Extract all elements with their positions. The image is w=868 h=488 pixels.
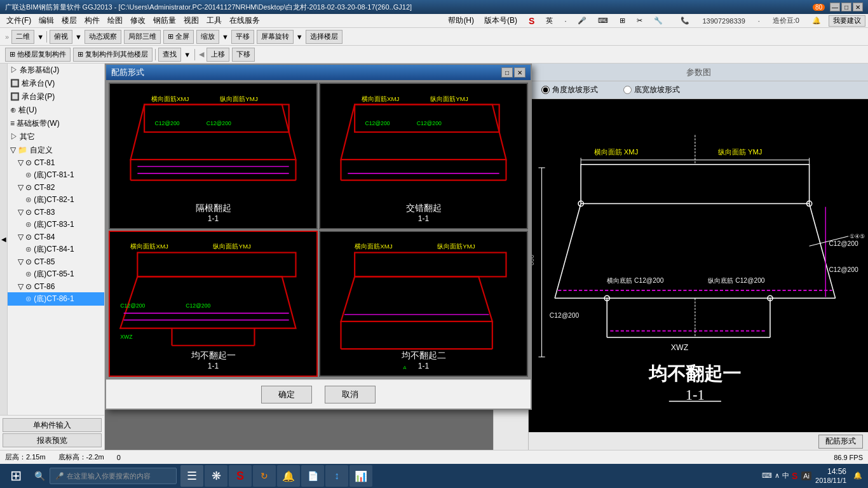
zoom-btn[interactable]: 缩放 (196, 30, 219, 44)
menu-modify[interactable]: 修改 (126, 14, 149, 27)
taskbar-app-2[interactable]: ❋ (205, 465, 227, 487)
dialog-maximize-btn[interactable]: □ (501, 67, 513, 78)
rotate-btn[interactable]: 屏幕旋转 (257, 30, 294, 44)
tree-item-trapezoid[interactable]: ▷ 条形基础(J) (8, 64, 104, 77)
taskbar-app-6[interactable]: 📄 (301, 465, 324, 487)
tray-expand[interactable]: ∧ (775, 471, 780, 480)
menu-online[interactable]: 在线服务 (226, 14, 264, 27)
build-request-btn[interactable]: 我要建议 (829, 15, 865, 27)
left-panel-toggle[interactable]: ◀ (0, 64, 8, 415)
confirm-btn[interactable]: 确定 (261, 386, 312, 403)
menu-view[interactable]: 视图 (180, 14, 203, 27)
right-panel: 附加 参数图 (493, 64, 868, 450)
dialog-close-btn[interactable]: ✕ (514, 67, 526, 78)
svg-text:C12@200: C12@200 (120, 302, 145, 309)
svg-text:横向面筋XMJ: 横向面筋XMJ (362, 95, 400, 102)
view-2d-btn[interactable]: 二维 (11, 30, 34, 44)
copy-to-other-floor-btn[interactable]: ⊞ 他楼层复制构件 (5, 48, 71, 62)
search-button[interactable]: 🔍 (31, 467, 48, 485)
start-button[interactable]: ⊞ (3, 464, 29, 487)
tree-item-ct85[interactable]: ▽ ⊙ CT-85 (8, 256, 104, 268)
svg-text:纵向面筋YMJ: 纵向面筋YMJ (214, 242, 252, 249)
option-jiacuo-fanqi[interactable]: 横向面筋XMJ 纵向面筋YMJ C12@200 C12@200 交错翻起 1-1 (319, 83, 528, 229)
tree-item-ct86[interactable]: ▽ ⊙ CT-86 (8, 281, 104, 292)
menu-component[interactable]: 构件 (81, 14, 104, 27)
local-3d-btn[interactable]: 局部三维 (124, 30, 161, 44)
tree-item-ct81-1[interactable]: ⊙ (底)CT-81-1 (8, 168, 104, 182)
svg-text:C12@200: C12@200 (365, 120, 390, 126)
penjin-btn[interactable]: 配筋形式 (818, 435, 863, 449)
svg-text:纵向面筋YMJ: 纵向面筋YMJ (430, 95, 468, 102)
menu-bar: 文件(F) 编辑 楼层 构件 绘图 修改 钢筋量 视图 工具 在线服务 帮助(H… (0, 14, 868, 28)
taskbar-app-8[interactable]: 📊 (349, 465, 372, 487)
menu-tools[interactable]: 工具 (203, 14, 226, 27)
toolbar-component: ⊞ 他楼层复制构件 ⊞ 复制构件到其他楼层 查找 ▼ ◀ 上移 下移 (0, 46, 868, 64)
option2-sublabel: 1-1 (320, 214, 527, 223)
taskbar-app-5[interactable]: 🔔 (277, 465, 300, 487)
toolbar-view: » 二维 ▼ 俯视 ▼ 动态观察 局部三维 ⊞ 全屏 缩放 ▼ 平移 屏幕旋转 … (0, 28, 868, 46)
tree-item-ct83[interactable]: ▽ ⊙ CT-83 (8, 207, 104, 218)
minimize-btn[interactable]: — (830, 3, 840, 11)
copy-icon2: ⊞ (78, 50, 83, 58)
radio-angle-slope[interactable] (541, 86, 550, 94)
option-junbu-fanqi-2[interactable]: 横向面筋XMJ 纵向面筋YMJ A (319, 231, 528, 377)
keyboard-icon: ⌨ (762, 471, 772, 480)
tree-item-other[interactable]: ▷ 其它 (8, 130, 104, 144)
tree-item-ct82[interactable]: ▽ ⊙ CT-82 (8, 182, 104, 193)
notification-btn[interactable]: 🔔 (850, 468, 865, 484)
close-btn[interactable]: ✕ (853, 3, 863, 11)
tree-item-base-strip[interactable]: ≡ 基础板带(W) (8, 117, 104, 130)
ct81-icon: ⊙ (25, 158, 32, 167)
diagram-footer: 配筋形式 (529, 432, 868, 450)
taskbar-app-7[interactable]: ↕ (325, 465, 348, 487)
svg-text:1-1: 1-1 (686, 387, 705, 403)
search-bar[interactable]: 🎤 在这里输入你要搜索的内容 (50, 468, 177, 484)
cancel-btn[interactable]: 取消 (325, 386, 376, 403)
tray-sogou: S (792, 471, 797, 481)
svg-text:C12@200: C12@200 (550, 312, 580, 319)
move-down-btn[interactable]: 下移 (232, 48, 255, 62)
taskbar-app-3[interactable]: S (229, 465, 252, 487)
tree-item-pile[interactable]: ⊕ 桩(U) (8, 104, 104, 117)
maximize-btn[interactable]: □ (841, 3, 851, 11)
dynamic-view-btn[interactable]: 动态观察 (85, 30, 121, 44)
svg-text:纵向底筋 C12@200: 纵向底筋 C12@200 (708, 277, 764, 284)
pan-btn[interactable]: 平移 (231, 30, 254, 44)
fullscreen-btn[interactable]: ⊞ 全屏 (163, 30, 194, 44)
taskbar-app-1[interactable]: ☰ (180, 465, 203, 487)
report-preview-btn[interactable]: 报表预览 (3, 433, 102, 447)
tree-item-cap-beam[interactable]: 🔲 承台梁(P) (8, 90, 104, 104)
option-junbu-fanqi-1[interactable]: 横向面筋XMJ 纵向面筋YMJ (109, 231, 318, 377)
top-view-btn[interactable]: 俯视 (50, 30, 72, 44)
move-up-btn[interactable]: 上移 (207, 48, 229, 62)
menu-help[interactable]: 帮助(H) (444, 14, 478, 27)
select-floor-btn[interactable]: 选择楼层 (306, 30, 342, 44)
menu-file[interactable]: 文件(F) (3, 14, 35, 27)
taskbar-right: ⌨ ∧ 中 S Ai 14:56 2018/11/1 🔔 (762, 467, 865, 485)
menu-edit[interactable]: 编辑 (35, 14, 58, 27)
taskbar-app-4[interactable]: ↻ (253, 465, 276, 487)
tree-item-ct84[interactable]: ▽ ⊙ CT-84 (8, 231, 104, 243)
menu-qty[interactable]: 钢筋量 (149, 14, 180, 27)
tree-item-ct83-1[interactable]: ⊙ (底)CT-83-1 (8, 218, 104, 231)
tree-item-ct81[interactable]: ▽ ⊙ CT-81 (8, 157, 104, 168)
tree-item-ct85-1[interactable]: ⊙ (底)CT-85-1 (8, 268, 104, 281)
single-component-input-btn[interactable]: 单构件输入 (3, 418, 102, 432)
pile-icon: ⊕ (10, 105, 17, 114)
menu-draw[interactable]: 绘图 (104, 14, 126, 27)
tree-item-custom[interactable]: ▽ 📁 自定义 (8, 144, 104, 157)
tree-item-ct86-1[interactable]: ⊙ (底)CT-86-1 (8, 292, 104, 306)
tree-item-ct84-1[interactable]: ⊙ (底)CT-84-1 (8, 243, 104, 256)
option-gegen-fanqi[interactable]: 横向面筋XMJ 纵向面筋YMJ C12@200 C12@200 隔根翻起 1-1 (109, 83, 318, 229)
menu-floor[interactable]: 楼层 (58, 14, 81, 27)
tree-item-pile-cap[interactable]: 🔲 桩承台(V) (8, 77, 104, 90)
taskbar: ⊞ 🔍 🎤 在这里输入你要搜索的内容 ☰ ❋ S ↻ 🔔 📄 ↕ 📊 ⌨ ∧ 中… (0, 464, 868, 488)
option3-sublabel: 1-1 (110, 362, 316, 370)
badge: 80 (813, 4, 825, 11)
find-btn[interactable]: 查找 (158, 48, 181, 62)
copy-component-btn[interactable]: ⊞ 复制构件到其他楼层 (73, 48, 153, 62)
radio-bottom-slope[interactable] (623, 86, 632, 94)
tree-item-ct82-1[interactable]: ⊙ (底)CT-82-1 (8, 193, 104, 207)
menu-version[interactable]: 版本号(B) (480, 14, 521, 27)
option1-sublabel: 1-1 (110, 214, 316, 223)
